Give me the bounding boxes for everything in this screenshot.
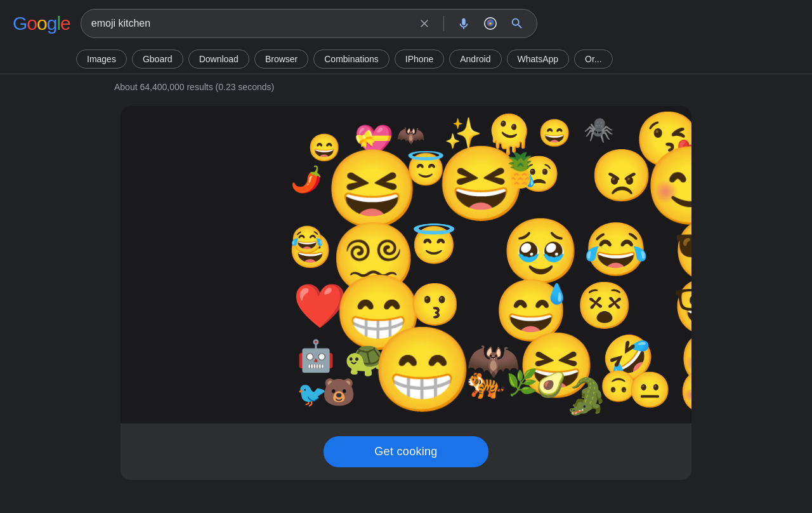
emoji-item: 🌶️ — [291, 166, 322, 192]
search-icon-group — [416, 14, 527, 33]
emoji-item: 😂 — [291, 227, 324, 253]
header: Google emoji kitchen — [0, 0, 812, 44]
search-bar[interactable]: emoji kitchen — [81, 9, 537, 38]
get-cooking-button[interactable]: Get cooking — [324, 436, 488, 467]
svg-point-1 — [489, 22, 492, 25]
emoji-item: 🌿 — [506, 370, 538, 395]
voice-search-button[interactable] — [454, 14, 473, 33]
emoji-item: 🕷️ — [584, 117, 613, 142]
google-logo: Google — [13, 13, 70, 34]
chip-combinations[interactable]: Combinations — [313, 50, 390, 69]
emoji-item: 🤖 — [297, 341, 335, 371]
emoji-item: 😄 — [538, 120, 571, 147]
emoji-item: 😊 — [644, 147, 691, 223]
emoji-item: 😎 — [672, 219, 691, 281]
emoji-item: 🐻 — [322, 379, 355, 406]
chip-gboard[interactable]: Gboard — [132, 50, 183, 69]
lens-search-button[interactable] — [481, 14, 500, 33]
mic-icon — [457, 17, 471, 30]
clear-button[interactable] — [416, 15, 433, 32]
chip-iphone[interactable]: IPhone — [395, 50, 444, 69]
emoji-item: 🥑 — [536, 373, 566, 397]
chip-images[interactable]: Images — [76, 50, 127, 69]
search-input[interactable]: emoji kitchen — [91, 18, 416, 29]
emoji-item: 😊 — [679, 370, 691, 413]
chip-whatsapp[interactable]: WhatsApp — [507, 50, 570, 69]
divider — [443, 16, 444, 31]
lens-icon — [483, 17, 497, 30]
main-content: 😄💝🦇✨🫠😄🕷️😘🤗😬🥶🌶️😆😇😆😢🍍😠😊🤔🌈😄😵‍💫😇🥹😂😎🫥🙂😂❤️😁😗😅😵… — [0, 100, 812, 493]
emoji-item: 😂 — [584, 223, 648, 276]
chip-browser[interactable]: Browser — [254, 50, 308, 69]
emoji-item: 🦇 — [396, 124, 425, 147]
emoji-item: 😵 — [576, 283, 633, 328]
emoji-item: 😗 — [409, 284, 461, 325]
google-search-button[interactable] — [508, 14, 527, 33]
emoji-kitchen-card: 😄💝🦇✨🫠😄🕷️😘🤗😬🥶🌶️😆😇😆😢🍍😠😊🤔🌈😄😵‍💫😇🥹😂😎🫥🙂😂❤️😁😗😅😵… — [121, 106, 691, 480]
emoji-display: 😄💝🦇✨🫠😄🕷️😘🤗😬🥶🌶️😆😇😆😢🍍😠😊🤔🌈😄😵‍💫😇🥹😂😎🫥🙂😂❤️😁😗😅😵… — [121, 106, 691, 423]
close-icon — [418, 17, 431, 30]
emoji-item: 😇 — [411, 227, 457, 263]
emoji-item: 🥹 — [501, 219, 580, 283]
emoji-item: 😁 — [371, 328, 474, 411]
result-stats: About 64,400,000 results (0.23 seconds) — [0, 74, 812, 100]
emoji-item: 🐅 — [466, 366, 506, 398]
emoji-item: 😐 — [628, 373, 672, 408]
filter-chips-row: Images Gboard Download Browser Combinati… — [0, 44, 812, 74]
emoji-item: 🤓 — [672, 279, 691, 335]
search-icon — [510, 17, 524, 30]
chip-or[interactable]: Or... — [574, 50, 612, 69]
chip-download[interactable]: Download — [188, 50, 249, 69]
chip-android[interactable]: Android — [449, 50, 501, 69]
emoji-item: 🍍 — [500, 154, 541, 187]
